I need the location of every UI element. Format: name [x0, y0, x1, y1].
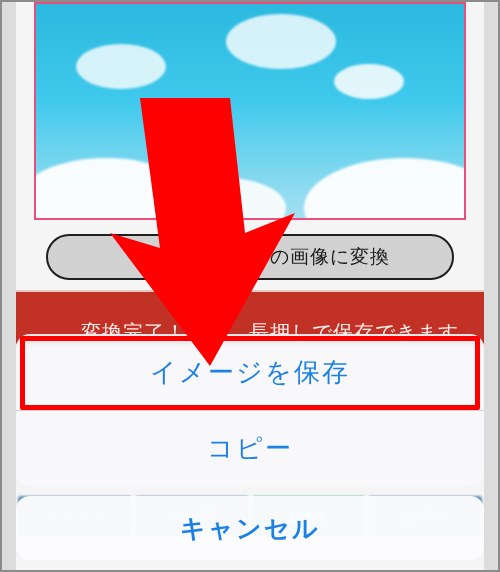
save-image-action[interactable]: イメージを保存 [16, 334, 484, 410]
action-sheet: イメージを保存 コピー キャンセル [16, 334, 484, 560]
copy-label: コピー [207, 431, 293, 466]
copy-action[interactable]: コピー [16, 410, 484, 486]
action-sheet-group: イメージを保存 コピー [16, 334, 484, 486]
action-sheet-overlay: イメージを保存 コピー キャンセル [4, 2, 496, 570]
cancel-label: キャンセル [180, 512, 320, 545]
app-frame: の画像に変換 変換完了！ 長押しで保存できます ツイート シェア LINE はて… [0, 0, 500, 572]
cancel-action[interactable]: キャンセル [16, 496, 484, 560]
save-image-label: イメージを保存 [150, 355, 350, 390]
